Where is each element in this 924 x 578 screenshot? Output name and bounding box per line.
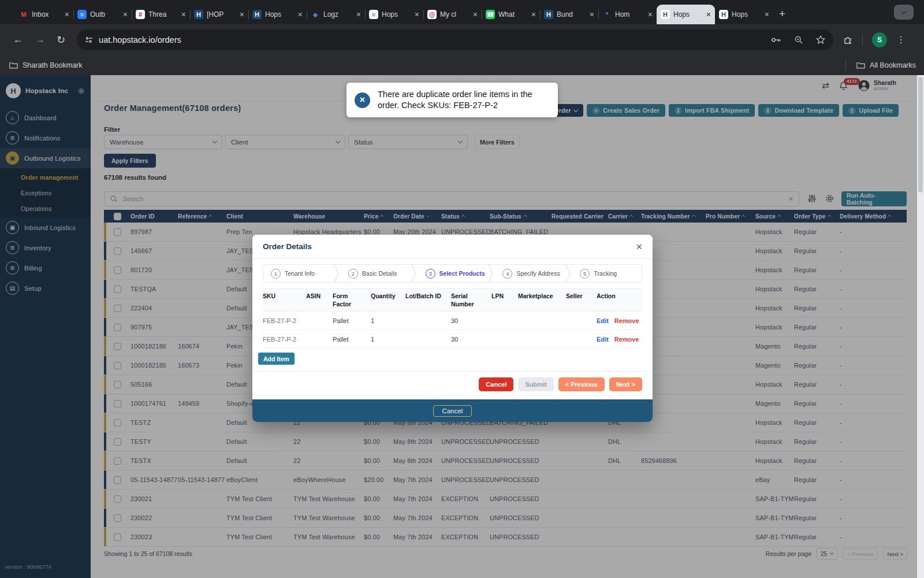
page-scrollbar[interactable] xyxy=(917,75,924,578)
browser-tab[interactable]: HBund× xyxy=(540,5,598,24)
tab-close-icon[interactable]: × xyxy=(65,10,69,18)
step-tenant-info[interactable]: 1Tenant Info xyxy=(263,265,333,282)
tab-close-icon[interactable]: × xyxy=(648,10,653,18)
step-specify-address[interactable]: 4Specify Address xyxy=(495,265,564,282)
browser-tab[interactable]: ≡Hops× xyxy=(365,5,423,24)
product-column-marketplace: Marketplace xyxy=(518,292,566,308)
product-cell: FEB-27-P-2 xyxy=(263,336,306,343)
step-separator xyxy=(564,265,572,282)
browser-tab[interactable]: H[HOP× xyxy=(190,5,248,24)
step-number: 3 xyxy=(426,269,435,279)
tab-title: Bund xyxy=(557,10,586,18)
tab-close-icon[interactable]: × xyxy=(298,10,303,18)
extensions-puzzle-icon[interactable] xyxy=(843,35,853,45)
browser-tab[interactable]: MInbox× xyxy=(15,5,73,24)
duplicate-sku-toast: × There are duplicate order line items i… xyxy=(346,83,558,117)
bookmarks-bar: Sharath Bookmark All Bookmarks xyxy=(0,55,924,75)
profile-avatar[interactable]: S xyxy=(872,32,887,47)
browser-tab[interactable]: #Threa× xyxy=(132,5,190,24)
browser-tab[interactable]: HHops× xyxy=(657,5,715,24)
product-cell: 1 xyxy=(371,336,405,343)
modal-next-button[interactable]: Next > xyxy=(609,377,642,391)
tab-title: Inbox xyxy=(32,10,61,18)
bookmark-star-icon[interactable] xyxy=(816,35,825,45)
zoom-icon[interactable] xyxy=(794,35,803,45)
new-tab-button[interactable]: + xyxy=(779,8,785,20)
tab-title: Threa xyxy=(148,10,178,18)
password-key-icon[interactable] xyxy=(771,36,781,44)
hopstack-favicon: H xyxy=(194,10,203,19)
step-select-products[interactable]: 3Select Products xyxy=(418,265,487,282)
tab-title: [HOP xyxy=(207,10,236,18)
address-bar[interactable]: uat.hopstack.io/orders xyxy=(77,29,833,50)
chevron-down-icon xyxy=(901,9,906,13)
tab-divider xyxy=(190,10,191,19)
step-tracking[interactable]: 5Tracking xyxy=(572,265,642,282)
modal-footer-band: Cancel xyxy=(252,399,653,422)
edit-link[interactable]: Edit xyxy=(597,317,609,324)
browser-tab[interactable]: ≡Outb× xyxy=(73,5,132,24)
all-bookmarks-label: All Bookmarks xyxy=(870,61,916,69)
modal-footer-cancel-button[interactable]: Cancel xyxy=(433,405,472,417)
browser-tab[interactable]: @My cl× xyxy=(423,5,482,24)
modal-submit-button[interactable]: Submit xyxy=(518,377,553,391)
modal-previous-button[interactable]: < Previous xyxy=(558,377,605,391)
step-number: 4 xyxy=(502,269,512,279)
browser-tab[interactable]: HHops× xyxy=(715,5,773,24)
modal-close-icon[interactable]: × xyxy=(636,242,642,252)
order-details-modal: Order Details × 1Tenant Info2Basic Detai… xyxy=(252,235,653,422)
tab-divider xyxy=(423,10,424,19)
tab-close-icon[interactable]: × xyxy=(181,10,186,18)
url-text[interactable]: uat.hopstack.io/orders xyxy=(99,35,765,45)
edit-link[interactable]: Edit xyxy=(597,336,609,343)
hopstack-favicon: H xyxy=(661,10,670,19)
tab-close-icon[interactable]: × xyxy=(531,10,536,18)
tab-divider xyxy=(132,10,132,19)
site-settings-icon[interactable] xyxy=(85,36,93,44)
add-item-button[interactable]: Add Item xyxy=(258,353,295,365)
hopstack-favicon: H xyxy=(544,10,553,19)
tab-list-button[interactable] xyxy=(894,5,914,20)
modal-cancel-button[interactable]: Cancel xyxy=(479,377,513,391)
product-cell: Pallet xyxy=(333,317,371,324)
back-button[interactable]: ← xyxy=(13,34,23,46)
tab-close-icon[interactable]: × xyxy=(240,10,244,18)
tab-close-icon[interactable]: × xyxy=(765,10,769,18)
product-column-lpn: LPN xyxy=(491,292,518,308)
browser-menu-icon[interactable]: ⋮ xyxy=(896,34,906,45)
bookmark-label: Sharath Bookmark xyxy=(23,61,83,69)
browser-tab[interactable]: *Hom× xyxy=(598,5,657,24)
tab-close-icon[interactable]: × xyxy=(706,10,711,18)
step-basic-details[interactable]: 2Basic Details xyxy=(341,265,410,282)
remove-link[interactable]: Remove xyxy=(614,317,639,324)
step-label: Tracking xyxy=(594,270,617,277)
tab-divider xyxy=(73,10,74,19)
tab-close-icon[interactable]: × xyxy=(123,10,128,18)
reload-button[interactable]: ↻ xyxy=(57,34,65,46)
step-separator xyxy=(410,265,418,282)
browser-tab[interactable]: ☎What× xyxy=(482,5,540,24)
slack-favicon: # xyxy=(136,10,145,19)
tab-close-icon[interactable]: × xyxy=(590,10,594,18)
scrollbar-thumb[interactable] xyxy=(918,77,923,192)
tab-close-icon[interactable]: × xyxy=(356,10,361,18)
product-cell: Pallet xyxy=(333,336,371,343)
tab-title: Hom xyxy=(615,10,644,18)
tab-close-icon[interactable]: × xyxy=(415,10,419,18)
tab-divider xyxy=(540,10,541,19)
bookmark-item[interactable]: Sharath Bookmark xyxy=(9,61,83,69)
tab-close-icon[interactable]: × xyxy=(473,10,478,18)
product-column-seller: Seller xyxy=(566,292,597,308)
tab-title: Hops xyxy=(265,10,295,18)
forward-button[interactable]: → xyxy=(35,34,45,46)
product-cell: FEB-27-P-2 xyxy=(263,317,306,324)
toast-error-icon[interactable]: × xyxy=(355,92,370,108)
browser-tab[interactable]: ◆Logz× xyxy=(307,5,365,24)
remove-link[interactable]: Remove xyxy=(614,336,639,343)
product-column-quantity: Quantity xyxy=(371,292,405,308)
product-column-lot-batch-id: Lot/Batch ID xyxy=(405,292,451,308)
browser-tab[interactable]: HHops× xyxy=(248,5,307,24)
all-bookmarks-button[interactable]: All Bookmarks xyxy=(845,60,916,71)
browser-window: MInbox×≡Outb×#Threa×H[HOP×HHops×◆Logz×≡H… xyxy=(0,0,924,578)
product-cell: 30 xyxy=(451,317,491,324)
